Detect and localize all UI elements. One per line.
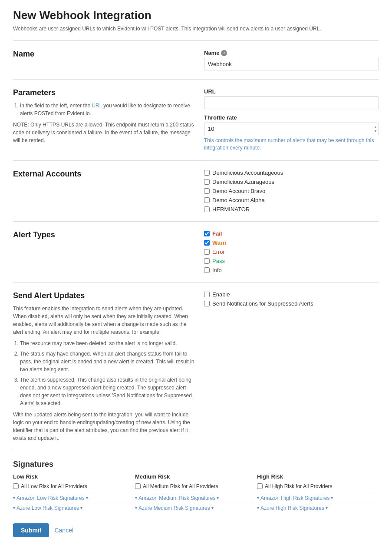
cancel-button[interactable]: Cancel [54, 527, 73, 534]
url-input[interactable] [204, 96, 379, 109]
parameters-section: Parameters In the field to the left, ent… [13, 88, 379, 152]
account-herminator[interactable]: HERMINATOR [204, 206, 379, 213]
chevron-right-icon: ▾ [331, 495, 333, 500]
sig-medium-all-check[interactable]: All Medium Risk for All Providers [135, 483, 253, 489]
name-info-icon[interactable]: i [221, 50, 227, 56]
sig-high-azure-link[interactable]: ▾ Azure High Risk Signatures ▾ [257, 505, 375, 511]
signatures-grid: Low Risk All Low Risk for All Providers … [13, 473, 379, 513]
sig-high-amazon: ▾ Amazon High Risk Signatures ▾ [257, 493, 375, 503]
send-alert-options: Enable Send Notifications for Suppressed… [204, 291, 379, 307]
sig-low-risk-col: Low Risk All Low Risk for All Providers … [13, 473, 135, 513]
chevron-right-icon: ▾ [326, 505, 328, 510]
alert-type-pass[interactable]: Pass [204, 258, 379, 264]
sig-low-amazon-link[interactable]: ▾ Amazon Low Risk Signatures ▾ [13, 495, 131, 501]
sig-medium-amazon: ▾ Amazon Medium Risk Signatures ▾ [135, 493, 253, 503]
page-title: New Webhook Integration [13, 9, 379, 22]
alert-types-section: Alert Types Fail Warn Error Pass Info [13, 230, 379, 273]
sig-high-risk-title: High Risk [257, 473, 375, 480]
account-demo-alpha[interactable]: Demo Account Alpha [204, 197, 379, 203]
submit-button[interactable]: Submit [13, 523, 49, 537]
enable-updates-option[interactable]: Enable [204, 291, 379, 298]
alert-types-title: Alert Types [13, 230, 195, 239]
throttle-field-label: Throttle rate [204, 114, 379, 121]
account-demo-bravo[interactable]: Demo Account Bravo [204, 188, 379, 194]
chevron-right-icon: ▾ [80, 505, 82, 510]
alert-type-fail[interactable]: Fail [204, 230, 379, 237]
chevron-right-icon: ▾ [211, 505, 214, 510]
footer-buttons: Submit Cancel [13, 523, 379, 537]
account-demo-alpha-checkbox[interactable] [204, 197, 210, 203]
enable-updates-checkbox[interactable] [204, 292, 210, 297]
send-alert-updates-title: Send Alert Updates [13, 291, 195, 300]
sig-low-all-check[interactable]: All Low Risk for All Providers [13, 483, 131, 489]
account-herminator-checkbox[interactable] [204, 206, 210, 212]
signatures-section: Signatures Low Risk All Low Risk for All… [13, 460, 379, 513]
external-accounts-list: Demolicious Accountageous Demolicious Az… [204, 170, 379, 213]
chevron-down-icon: ▾ [257, 495, 259, 500]
account-demolicious-azurageous[interactable]: Demolicious Azurageous [204, 179, 379, 185]
alert-type-fail-checkbox[interactable] [204, 231, 210, 236]
chevron-down-icon: ▾ [257, 505, 259, 510]
alert-type-warn[interactable]: Warn [204, 239, 379, 246]
account-demo-bravo-checkbox[interactable] [204, 188, 210, 194]
parameters-section-title: Parameters [13, 88, 195, 97]
sig-high-all-checkbox[interactable] [257, 483, 263, 489]
sig-medium-risk-title: Medium Risk [135, 473, 253, 480]
sig-high-azure: ▾ Azure High Risk Signatures ▾ [257, 503, 375, 513]
throttle-spinners: ▲▼ [374, 125, 377, 133]
name-section-title: Name [13, 50, 195, 59]
alert-types-list: Fail Warn Error Pass Info [204, 230, 379, 273]
chevron-right-icon: ▾ [217, 495, 219, 500]
sig-low-all-checkbox[interactable] [13, 483, 19, 489]
signatures-title: Signatures [13, 460, 379, 469]
external-accounts-section: External Accounts Demolicious Accountage… [13, 170, 379, 213]
sig-high-amazon-link[interactable]: ▾ Amazon High Risk Signatures ▾ [257, 495, 375, 501]
sig-medium-all-checkbox[interactable] [135, 483, 141, 489]
sig-low-amazon: ▾ Amazon Low Risk Signatures ▾ [13, 493, 131, 503]
external-accounts-title: External Accounts [13, 170, 195, 179]
send-alert-updates-section: Send Alert Updates This feature enables … [13, 291, 379, 442]
chevron-down-icon: ▾ [135, 495, 137, 500]
account-demolicious-accountageous-checkbox[interactable] [204, 170, 210, 176]
alert-type-info-checkbox[interactable] [204, 267, 210, 273]
chevron-down-icon: ▾ [13, 505, 15, 510]
send-suppressed-option[interactable]: Send Notifications for Suppressed Alerts [204, 300, 379, 307]
parameters-description: In the field to the left, enter the URL … [13, 102, 195, 144]
sig-high-risk-col: High Risk All High Risk for All Provider… [257, 473, 379, 513]
page-subtitle: Webhooks are user-assigned URLs to which… [13, 26, 379, 32]
account-demolicious-accountageous[interactable]: Demolicious Accountageous [204, 170, 379, 176]
throttle-hint: This controls the maximum number of aler… [204, 137, 379, 152]
send-alert-updates-desc: This feature enables the integration to … [13, 305, 195, 442]
chevron-down-icon: ▾ [13, 495, 15, 500]
name-field-label: Name i [204, 50, 379, 56]
sig-medium-risk-col: Medium Risk All Medium Risk for All Prov… [135, 473, 257, 513]
send-suppressed-checkbox[interactable] [204, 301, 210, 306]
chevron-right-icon: ▾ [86, 495, 88, 500]
name-input[interactable] [204, 58, 379, 70]
name-section: Name Name i [13, 50, 379, 70]
sig-low-azure: ▾ Azure Low Risk Signatures ▾ [13, 503, 131, 513]
sig-high-all-check[interactable]: All High Risk for All Providers [257, 483, 375, 489]
sig-medium-azure-link[interactable]: ▾ Azure Medium Risk Signatures ▾ [135, 505, 253, 511]
url-field-label: URL [204, 88, 379, 95]
account-demolicious-azurageous-checkbox[interactable] [204, 179, 210, 185]
alert-type-error[interactable]: Error [204, 249, 379, 255]
sig-medium-azure: ▾ Azure Medium Risk Signatures ▾ [135, 503, 253, 513]
alert-type-error-checkbox[interactable] [204, 249, 210, 255]
sig-medium-amazon-link[interactable]: ▾ Amazon Medium Risk Signatures ▾ [135, 495, 253, 501]
sig-low-risk-title: Low Risk [13, 473, 131, 480]
chevron-down-icon: ▾ [135, 505, 137, 510]
alert-type-warn-checkbox[interactable] [204, 240, 210, 246]
sig-low-azure-link[interactable]: ▾ Azure Low Risk Signatures ▾ [13, 505, 131, 511]
throttle-input[interactable] [204, 123, 379, 135]
alert-type-info[interactable]: Info [204, 267, 379, 273]
alert-type-pass-checkbox[interactable] [204, 258, 210, 264]
